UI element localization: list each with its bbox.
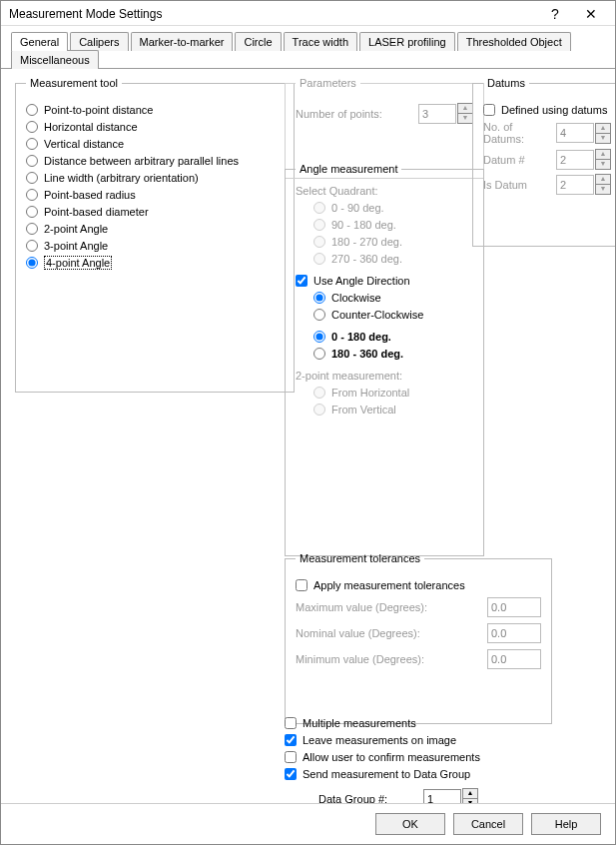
datum-input — [556, 175, 594, 195]
tool-radio-label: Point-based diameter — [44, 206, 149, 218]
tool-radio[interactable] — [26, 121, 38, 133]
title-bar: Measurement Mode Settings ? ✕ — [1, 1, 615, 26]
datum-spinner: ▲▼ — [595, 174, 611, 195]
dialog-footer: OK Cancel Help — [1, 803, 615, 844]
help-icon[interactable]: ? — [537, 3, 573, 25]
multiple-measurements-label: Multiple measurements — [303, 717, 416, 729]
quadrant-radio — [313, 219, 325, 231]
two-point-radio — [313, 387, 325, 399]
tool-radio[interactable] — [26, 104, 38, 116]
tab-marker-to-marker[interactable]: Marker-to-marker — [131, 32, 234, 51]
datum-spinner: ▲▼ — [595, 123, 611, 144]
datum-label: Datum # — [483, 154, 525, 166]
send-to-datagroup-label: Send measurement to Data Group — [303, 768, 470, 780]
quadrant-radio — [313, 253, 325, 265]
tool-radio[interactable] — [26, 223, 38, 235]
tool-radio-label: Distance between arbitrary parallel line… — [44, 155, 239, 167]
quadrant-label: 90 - 180 deg. — [331, 219, 396, 231]
tool-radio-label: 3-point Angle — [44, 240, 108, 252]
window-title: Measurement Mode Settings — [9, 3, 162, 25]
tolerance-input — [487, 649, 541, 669]
apply-tolerances-checkbox[interactable] — [296, 579, 308, 591]
tool-radio-label: Horizontal distance — [44, 121, 138, 133]
tool-radio-label: Line width (arbitrary orientation) — [44, 172, 199, 184]
quadrant-radio — [313, 236, 325, 248]
tool-radio[interactable] — [26, 257, 38, 269]
num-points-input — [418, 104, 456, 124]
measurement-tool-group: Measurement tool Point-to-point distance… — [15, 77, 295, 393]
tab-trace-width[interactable]: Trace width — [284, 32, 357, 51]
tolerance-label: Minimum value (Degrees): — [296, 653, 424, 665]
range-radio[interactable] — [313, 348, 325, 360]
direction-label: Counter-Clockwise — [331, 309, 423, 321]
tool-radio-label: 2-point Angle — [44, 223, 108, 235]
tab-strip: GeneralCalipersMarker-to-markerCircleTra… — [1, 26, 615, 69]
datums-legend: Datums — [483, 77, 529, 89]
num-points-label: Number of points: — [296, 108, 382, 120]
two-point-label-option: From Horizontal — [331, 387, 409, 399]
tool-radio[interactable] — [26, 189, 38, 201]
tab-calipers[interactable]: Calipers — [70, 32, 128, 51]
leave-on-image-label: Leave measurements on image — [303, 734, 456, 746]
tab-laser-profiling[interactable]: LASER profiling — [359, 32, 455, 51]
tab-thresholded-object[interactable]: Thresholded Object — [457, 32, 571, 51]
tool-radio-label: 4-point Angle — [44, 257, 112, 269]
datum-input — [556, 150, 594, 170]
tool-radio[interactable] — [26, 240, 38, 252]
range-label: 180 - 360 deg. — [331, 348, 403, 360]
parameters-legend: Parameters — [296, 77, 360, 89]
defined-using-datums-checkbox[interactable] — [483, 104, 495, 116]
datums-group: Datums Defined using datums No. of Datum… — [472, 77, 616, 247]
angle-measurement-group: Angle measurement Select Quadrant: 0 - 9… — [285, 163, 484, 556]
bottom-options: Multiple measurements Leave measurements… — [285, 712, 544, 813]
num-points-spinner: ▲▼ — [457, 103, 473, 124]
confirm-measurements-checkbox[interactable] — [285, 751, 297, 763]
tool-radio-label: Point-to-point distance — [44, 104, 153, 116]
tolerance-label: Nominal value (Degrees): — [296, 627, 420, 639]
use-angle-direction-checkbox[interactable] — [296, 275, 308, 287]
direction-radio[interactable] — [313, 309, 325, 321]
tool-radio[interactable] — [26, 206, 38, 218]
tolerance-label: Maximum value (Degrees): — [296, 601, 427, 613]
range-radio[interactable] — [313, 331, 325, 343]
tool-radio-label: Point-based radius — [44, 189, 136, 201]
apply-tolerances-label: Apply measurement tolerances — [313, 579, 465, 591]
multiple-measurements-checkbox[interactable] — [285, 717, 297, 729]
two-point-radio — [313, 404, 325, 416]
datum-label: Is Datum — [483, 179, 527, 191]
tab-general[interactable]: General — [11, 32, 68, 51]
two-point-label-option: From Vertical — [331, 404, 396, 416]
tool-radio[interactable] — [26, 138, 38, 150]
angle-legend: Angle measurement — [296, 163, 401, 175]
tab-miscellaneous[interactable]: Miscellaneous — [11, 50, 99, 69]
datum-label: No. of Datums: — [483, 121, 556, 145]
tolerance-input — [487, 623, 541, 643]
help-button[interactable]: Help — [531, 813, 601, 835]
direction-label: Clockwise — [331, 292, 381, 304]
ok-button[interactable]: OK — [375, 813, 445, 835]
tolerance-input — [487, 597, 541, 617]
direction-radio[interactable] — [313, 292, 325, 304]
two-point-label: 2-point measurement: — [296, 370, 473, 382]
quadrant-label: 270 - 360 deg. — [331, 253, 402, 265]
defined-using-datums-label: Defined using datums — [501, 104, 607, 116]
close-icon[interactable]: ✕ — [573, 3, 609, 25]
quadrant-label: 0 - 90 deg. — [331, 202, 384, 214]
measurement-tool-legend: Measurement tool — [26, 77, 122, 89]
confirm-measurements-label: Allow user to confirm measurements — [303, 751, 480, 763]
select-quadrant-label: Select Quadrant: — [296, 185, 473, 197]
tolerances-group: Measurement tolerances Apply measurement… — [285, 552, 552, 724]
datum-spinner: ▲▼ — [595, 149, 611, 170]
quadrant-radio — [313, 202, 325, 214]
range-label: 0 - 180 deg. — [331, 331, 391, 343]
send-to-datagroup-checkbox[interactable] — [285, 768, 297, 780]
leave-on-image-checkbox[interactable] — [285, 734, 297, 746]
tool-radio-label: Vertical distance — [44, 138, 124, 150]
datum-input — [556, 123, 594, 143]
tab-circle[interactable]: Circle — [235, 32, 281, 51]
cancel-button[interactable]: Cancel — [453, 813, 523, 835]
tool-radio[interactable] — [26, 155, 38, 167]
tool-radio[interactable] — [26, 172, 38, 184]
quadrant-label: 180 - 270 deg. — [331, 236, 402, 248]
use-angle-direction-label: Use Angle Direction — [313, 275, 410, 287]
